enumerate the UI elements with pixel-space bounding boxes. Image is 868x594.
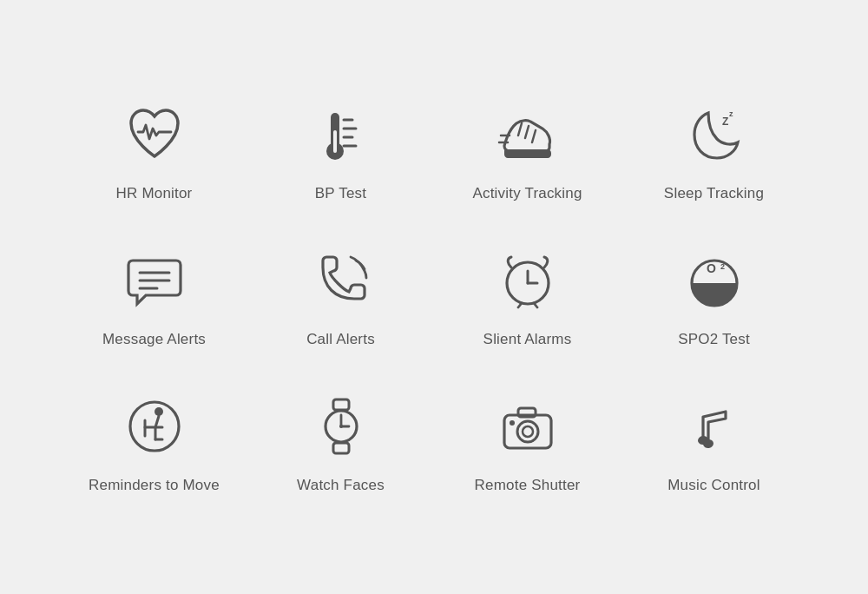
feature-call-alerts: Call Alerts [247,228,434,366]
svg-line-7 [518,123,522,135]
remote-shutter-label: Remote Shutter [475,477,581,494]
feature-hr-monitor: HR Monitor [61,82,247,220]
message-alerts-label: Message Alerts [102,331,206,348]
hr-monitor-icon [120,100,189,169]
svg-text:O: O [707,261,716,275]
silent-alarms-label: Slient Alarms [483,331,572,348]
spo2-test-icon: O 2 [680,246,749,315]
sleep-tracking-label: Sleep Tracking [664,185,764,202]
svg-rect-39 [518,408,536,417]
svg-point-37 [339,425,343,428]
feature-reminders-to-move: Reminders to Move [61,374,247,512]
svg-line-20 [518,303,522,307]
svg-line-27 [155,416,159,427]
svg-rect-32 [333,399,349,410]
svg-point-40 [517,421,538,442]
feature-sleep-tracking: Z z Sleep Tracking [621,82,807,220]
svg-line-21 [534,303,537,307]
svg-text:2: 2 [720,262,725,271]
feature-bp-test: BP Test [247,82,434,220]
svg-point-41 [523,426,533,437]
call-alerts-icon [306,246,376,315]
feature-remote-shutter: Remote Shutter [434,374,621,512]
watch-faces-icon [306,392,376,461]
svg-rect-6 [333,130,337,153]
feature-spo2-test: O 2 SPO2 Test [621,228,807,366]
activity-tracking-icon [493,100,562,169]
activity-tracking-label: Activity Tracking [472,185,582,202]
spo2-test-label: SPO2 Test [678,331,750,348]
message-alerts-icon [120,246,189,315]
feature-silent-alarms: Slient Alarms [434,228,621,366]
hr-monitor-label: HR Monitor [116,185,193,202]
svg-line-8 [525,126,529,138]
svg-rect-33 [333,443,349,453]
music-control-label: Music Control [667,477,760,494]
call-alerts-label: Call Alerts [306,331,375,348]
feature-message-alerts: Message Alerts [61,228,247,366]
reminders-to-move-label: Reminders to Move [89,477,220,494]
svg-point-42 [510,420,515,426]
watch-faces-label: Watch Faces [297,477,385,494]
silent-alarms-icon [493,246,562,315]
feature-watch-faces: Watch Faces [247,374,434,512]
reminders-to-move-icon [120,392,189,461]
svg-text:Z: Z [722,116,728,128]
svg-text:z: z [729,109,733,118]
svg-line-9 [532,130,536,142]
remote-shutter-icon [493,392,562,461]
music-control-icon [680,392,749,461]
features-grid: HR Monitor BP Test [61,82,807,512]
svg-point-26 [155,407,163,416]
bp-test-icon [306,100,376,169]
sleep-tracking-icon: Z z [680,100,749,169]
feature-activity-tracking: Activity Tracking [434,82,621,220]
feature-music-control: Music Control [621,374,807,512]
bp-test-label: BP Test [315,185,366,202]
